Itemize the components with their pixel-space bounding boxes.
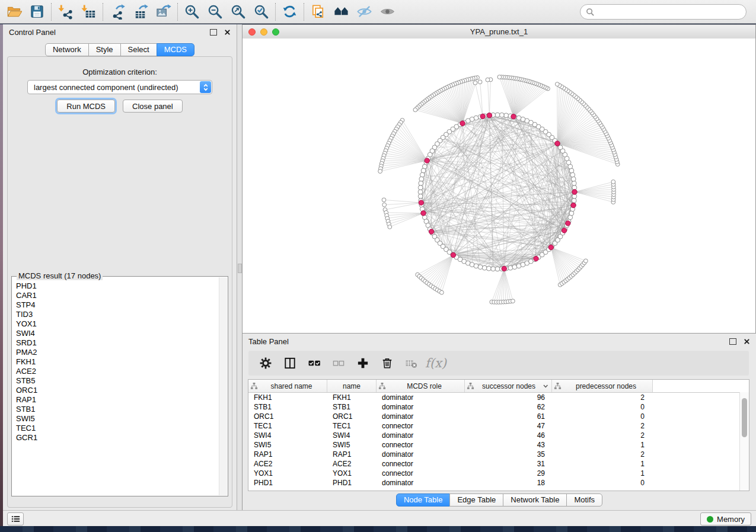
mcds-result-item[interactable]: PMA2 <box>16 348 219 357</box>
close-panel-button[interactable]: Close panel <box>123 100 183 113</box>
cell-MCDS-role[interactable]: dominator <box>377 450 465 459</box>
cell-successor-nodes[interactable]: 62 <box>465 403 552 411</box>
cell-name[interactable]: FKH1 <box>327 393 377 402</box>
cell-predecessor-nodes[interactable]: 0 <box>552 479 653 487</box>
zoom-in-icon[interactable] <box>180 2 203 22</box>
column-header-name[interactable]: name <box>327 380 377 392</box>
cell-MCDS-role[interactable]: dominator <box>377 412 465 421</box>
tab-style[interactable]: Style <box>88 43 121 56</box>
cell-name[interactable]: RAP1 <box>327 450 377 459</box>
cell-predecessor-nodes[interactable]: 1 <box>552 441 653 449</box>
cell-predecessor-nodes[interactable]: 2 <box>552 431 653 440</box>
zoom-selected-icon[interactable] <box>250 2 273 22</box>
optimization-criterion-select[interactable]: largest connected component (undirected) <box>27 80 212 94</box>
mcds-result-item[interactable]: YOX1 <box>16 319 219 329</box>
cell-name[interactable]: YOX1 <box>327 469 377 477</box>
table-row[interactable]: SWI5SWI5connector431 <box>248 440 749 450</box>
splitter-handle-icon[interactable] <box>238 264 242 273</box>
mcds-result-item[interactable]: SWI4 <box>16 329 219 338</box>
cell-MCDS-role[interactable]: connector <box>377 469 465 477</box>
cell-MCDS-role[interactable]: dominator <box>377 479 465 487</box>
split-panel-icon[interactable] <box>282 355 298 371</box>
cell-successor-nodes[interactable]: 61 <box>465 412 552 421</box>
cell-MCDS-role[interactable]: connector <box>377 460 465 468</box>
cell-shared-name[interactable]: YOX1 <box>248 469 327 477</box>
cell-MCDS-role[interactable]: dominator <box>377 431 465 440</box>
cell-shared-name[interactable]: TEC1 <box>248 422 327 430</box>
vertical-splitter[interactable] <box>237 24 242 510</box>
column-header-MCDS-role[interactable]: MCDS role <box>377 380 465 392</box>
float-panel-icon[interactable] <box>729 338 736 345</box>
mcds-result-item[interactable]: SRD1 <box>16 338 219 348</box>
cell-successor-nodes[interactable]: 31 <box>465 460 552 468</box>
table-row[interactable]: RAP1RAP1dominator352 <box>248 450 749 459</box>
cell-MCDS-role[interactable]: connector <box>377 422 465 430</box>
cell-shared-name[interactable]: FKH1 <box>248 393 327 402</box>
cell-shared-name[interactable]: ORC1 <box>248 412 327 421</box>
tab-edge-table[interactable]: Edge Table <box>449 493 503 507</box>
import-table-icon[interactable] <box>77 2 100 22</box>
cell-predecessor-nodes[interactable]: 0 <box>552 412 653 421</box>
mcds-result-item[interactable]: STB1 <box>16 405 219 414</box>
run-mcds-button[interactable]: Run MCDS <box>57 100 115 113</box>
tab-node-table[interactable]: Node Table <box>396 493 451 507</box>
table-row[interactable]: TEC1TEC1connector472 <box>248 421 749 431</box>
network-canvas[interactable] <box>243 39 755 333</box>
save-session-icon[interactable] <box>25 2 49 22</box>
cell-name[interactable]: PHD1 <box>327 479 377 487</box>
zoom-fit-icon[interactable] <box>227 2 250 22</box>
close-panel-icon[interactable] <box>224 29 231 36</box>
float-panel-icon[interactable] <box>210 29 217 36</box>
mcds-result-item[interactable]: GCR1 <box>16 433 219 443</box>
result-list-scrollbar[interactable] <box>219 277 227 495</box>
mcds-result-item[interactable]: CAR1 <box>16 291 219 300</box>
hide-selected-icon[interactable] <box>353 2 376 22</box>
mcds-result-item[interactable]: STB5 <box>16 376 219 386</box>
cell-name[interactable]: STB1 <box>327 403 377 411</box>
deselect-all-icon[interactable] <box>331 355 346 371</box>
search-input[interactable] <box>598 6 746 18</box>
open-file-icon[interactable] <box>2 2 25 22</box>
mcds-result-item[interactable]: TID3 <box>16 310 219 319</box>
table-row[interactable]: STB1STB1dominator620 <box>248 402 749 412</box>
tab-select[interactable]: Select <box>120 43 157 56</box>
duplicate-network-icon[interactable] <box>307 2 330 22</box>
mcds-result-item[interactable]: ACE2 <box>16 367 219 376</box>
cell-shared-name[interactable]: ACE2 <box>248 460 327 468</box>
cell-name[interactable]: ORC1 <box>327 412 377 421</box>
cell-MCDS-role[interactable]: dominator <box>377 393 465 402</box>
cell-name[interactable]: TEC1 <box>327 422 377 430</box>
cell-successor-nodes[interactable]: 96 <box>465 393 552 402</box>
cell-shared-name[interactable]: SWI5 <box>248 441 327 449</box>
export-image-icon[interactable] <box>152 2 175 22</box>
tab-mcds[interactable]: MCDS <box>157 43 194 56</box>
zoom-out-icon[interactable] <box>203 2 227 22</box>
cell-name[interactable]: SWI4 <box>327 431 377 440</box>
mcds-result-item[interactable]: RAP1 <box>16 395 219 405</box>
cell-successor-nodes[interactable]: 18 <box>465 479 552 487</box>
task-history-button[interactable] <box>7 512 24 525</box>
table-row[interactable]: FKH1FKH1dominator962 <box>248 393 749 402</box>
gear-icon[interactable] <box>258 355 273 371</box>
table-row[interactable]: PHD1PHD1dominator180 <box>248 478 749 488</box>
cell-shared-name[interactable]: RAP1 <box>248 450 327 459</box>
export-network-icon[interactable] <box>106 2 129 22</box>
column-header-successor-nodes[interactable]: successor nodes <box>465 380 552 392</box>
tab-motifs[interactable]: Motifs <box>566 493 602 507</box>
cell-shared-name[interactable]: PHD1 <box>248 479 327 487</box>
select-all-icon[interactable] <box>307 355 322 371</box>
cell-MCDS-role[interactable]: dominator <box>377 403 465 411</box>
scrollbar-thumb[interactable] <box>742 398 747 437</box>
search-network-icon[interactable] <box>330 2 353 22</box>
delete-column-icon[interactable] <box>379 355 395 371</box>
search-box[interactable] <box>580 4 747 20</box>
table-scrollbar[interactable] <box>739 392 749 491</box>
tab-network[interactable]: Network <box>45 43 89 56</box>
table-row[interactable]: ORC1ORC1dominator610 <box>248 412 749 421</box>
export-table-icon[interactable] <box>129 2 152 22</box>
mcds-result-item[interactable]: FKH1 <box>16 357 219 367</box>
cell-predecessor-nodes[interactable]: 2 <box>552 393 653 402</box>
cell-successor-nodes[interactable]: 35 <box>465 450 552 459</box>
table-row[interactable]: SWI4SWI4dominator462 <box>248 431 749 440</box>
close-panel-icon[interactable] <box>744 338 750 345</box>
